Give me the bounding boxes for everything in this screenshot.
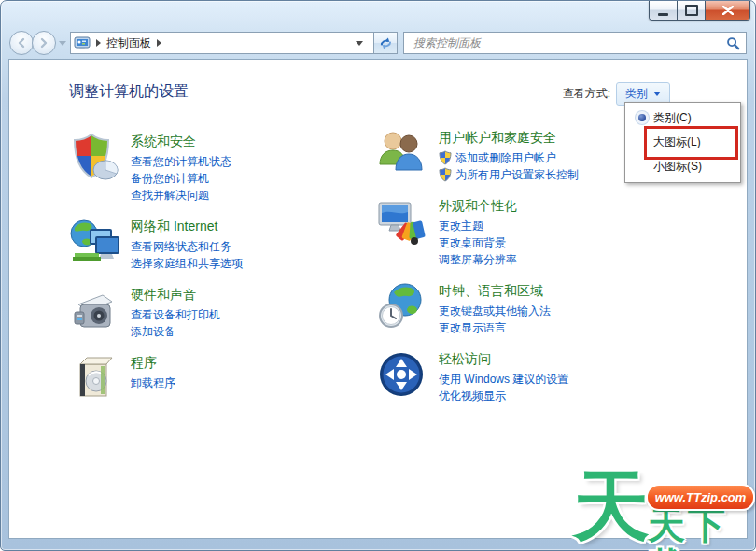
minimize-icon — [658, 13, 668, 16]
task-link[interactable]: 为所有用户设置家长控制 — [439, 166, 579, 183]
task-link[interactable]: 卸载程序 — [131, 374, 175, 391]
breadcrumb-chevron-icon[interactable] — [157, 39, 161, 47]
task-link[interactable]: 更改桌面背景 — [439, 234, 517, 251]
view-by-value: 类别 — [625, 86, 648, 102]
category-title-ease-of-access[interactable]: 轻松访问 — [439, 349, 568, 368]
uac-shield-icon — [439, 150, 452, 165]
task-link-label: 添加或删除用户帐户 — [455, 149, 556, 166]
close-icon — [722, 6, 734, 15]
category-title-hardware-sound[interactable]: 硬件和声音 — [131, 285, 220, 304]
recent-pages-button[interactable] — [59, 41, 66, 46]
task-link[interactable]: 选择家庭组和共享选项 — [131, 255, 243, 272]
menu-item-label: 小图标(S) — [653, 159, 702, 175]
task-link[interactable]: 添加或删除用户帐户 — [439, 149, 579, 166]
maximize-button[interactable] — [677, 1, 705, 20]
category-ease-of-access: 轻松访问 使用 Windows 建议的设置 优化视频显示 — [375, 348, 721, 404]
breadcrumb-chevron-icon[interactable] — [96, 39, 101, 47]
navigation-bar: 控制面板 — [1, 31, 755, 55]
menu-item-label: 类别(C) — [653, 110, 692, 126]
breadcrumb-control-panel[interactable]: 控制面板 — [106, 35, 151, 51]
menu-item-category[interactable]: 类别(C) — [625, 106, 740, 130]
category-title-appearance[interactable]: 外观和个性化 — [439, 196, 517, 215]
forward-arrow-icon — [38, 37, 49, 49]
category-network-internet: 网络和 Internet 查看网络状态和任务 选择家庭组和共享选项 — [67, 216, 375, 272]
menu-item-large-icons[interactable]: 大图标(L) — [625, 130, 740, 154]
task-link[interactable]: 优化视频显示 — [439, 388, 568, 404]
uac-shield-icon — [439, 167, 452, 182]
refresh-icon — [379, 36, 393, 50]
view-by-menu: 类别(C) 大图标(L) 小图标(S) — [624, 102, 741, 183]
task-link[interactable]: 查看网络状态和任务 — [131, 238, 243, 255]
watermark-badge: www.TTzip.com — [646, 484, 755, 511]
back-button[interactable] — [9, 31, 34, 55]
search-icon[interactable] — [726, 36, 740, 50]
selected-radio-icon — [638, 114, 646, 121]
security-shield-icon — [67, 131, 119, 183]
control-panel-icon — [74, 36, 91, 50]
watermark-logo: 天 — [573, 467, 650, 545]
printer-sound-icon — [67, 284, 119, 336]
minimize-button[interactable] — [650, 1, 677, 20]
task-link[interactable]: 使用 Windows 建议的设置 — [439, 371, 568, 388]
category-title-user-accounts[interactable]: 用户帐户和家庭安全 — [439, 128, 579, 147]
task-link[interactable]: 查找并解决问题 — [131, 187, 231, 204]
search-box — [403, 32, 747, 54]
menu-item-small-icons[interactable]: 小图标(S) — [625, 154, 740, 178]
category-programs: 程序 卸载程序 — [67, 352, 375, 404]
page-title: 调整计算机的设置 — [69, 82, 189, 102]
menu-item-label: 大图标(L) — [653, 134, 701, 150]
close-button[interactable] — [705, 1, 749, 20]
category-title-programs[interactable]: 程序 — [131, 353, 175, 372]
address-bar[interactable]: 控制面板 — [70, 32, 374, 54]
category-system-security: 系统和安全 查看您的计算机状态 备份您的计算机 查找并解决问题 — [67, 131, 375, 204]
task-link[interactable]: 更改主题 — [439, 218, 517, 234]
category-column-left: 系统和安全 查看您的计算机状态 备份您的计算机 查找并解决问题 — [67, 131, 375, 417]
watermark-text: 天下载 — [648, 504, 756, 551]
forward-button[interactable] — [32, 31, 56, 55]
task-link[interactable]: 查看设备和打印机 — [131, 306, 220, 323]
task-link[interactable]: 添加设备 — [131, 323, 220, 340]
ease-of-access-icon — [375, 348, 427, 401]
category-title-clock-language[interactable]: 时钟、语言和区域 — [439, 281, 551, 300]
refresh-button[interactable] — [374, 32, 398, 54]
menu-gutter — [631, 114, 653, 121]
task-link[interactable]: 调整屏幕分辨率 — [439, 251, 517, 268]
category-clock-language: 时钟、语言和区域 更改键盘或其他输入法 更改显示语言 — [375, 280, 721, 336]
task-link[interactable]: 更改键盘或其他输入法 — [439, 303, 551, 319]
program-box-icon — [67, 352, 119, 404]
category-appearance: 外观和个性化 更改主题 更改桌面背景 调整屏幕分辨率 — [375, 195, 721, 268]
search-input[interactable] — [412, 35, 726, 50]
back-arrow-icon — [16, 37, 27, 49]
clock-language-region-icon — [375, 280, 427, 332]
appearance-monitor-icon — [375, 195, 427, 247]
address-dropdown-icon[interactable] — [356, 41, 363, 46]
task-link[interactable]: 备份您的计算机 — [131, 170, 231, 187]
task-link[interactable]: 更改显示语言 — [439, 319, 551, 336]
category-hardware-sound: 硬件和声音 查看设备和打印机 添加设备 — [67, 284, 375, 340]
window-controls — [649, 1, 750, 21]
category-title-network-internet[interactable]: 网络和 Internet — [131, 217, 243, 235]
task-link-label: 为所有用户设置家长控制 — [455, 166, 579, 183]
task-link[interactable]: 查看您的计算机状态 — [131, 153, 231, 170]
network-globe-icon — [67, 216, 119, 268]
view-by-label: 查看方式: — [563, 86, 610, 102]
chevron-down-icon — [653, 92, 661, 96]
user-accounts-icon — [375, 127, 427, 179]
maximize-icon — [685, 5, 698, 16]
category-title-system-security[interactable]: 系统和安全 — [131, 132, 231, 150]
